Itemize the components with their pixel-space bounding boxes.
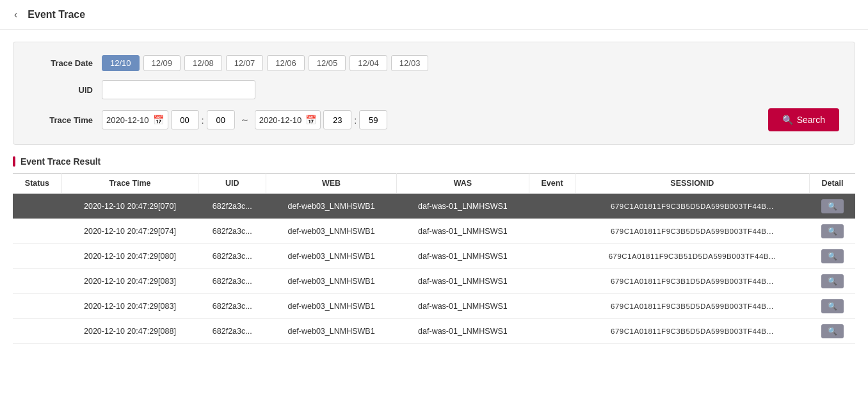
uid-label: UID (29, 85, 93, 95)
end-min-input[interactable] (359, 110, 387, 129)
detail-cell: 🔍 (809, 269, 855, 294)
end-date-text: 2020-12-10 (259, 115, 302, 125)
table-col-was: WAS (396, 174, 529, 194)
table-cell (13, 244, 61, 269)
time-colon-2: : (354, 115, 357, 126)
table-cell (529, 269, 575, 294)
uid-input[interactable] (102, 80, 255, 99)
table-cell: 679C1A01811F9C3B5D5DA599B003TF44B... (575, 219, 809, 244)
table-cell: daf-was-01_LNMHSWS1 (396, 294, 529, 319)
table-cell (529, 294, 575, 319)
table-cell[interactable]: 2020-12-10 20:47:29[088] (61, 319, 198, 344)
table-cell: 679C1A01811F9C3B5D5DA599B003TF44B... (575, 194, 809, 219)
table-col-detail: Detail (809, 174, 855, 194)
search-label: Search (797, 115, 825, 125)
table-cell[interactable]: def-web03_LNMHSWB1 (266, 294, 396, 319)
back-button[interactable]: ‹ (10, 8, 21, 22)
table-cell[interactable]: def-web03_LNMHSWB1 (266, 269, 396, 294)
trace-date-label: Trace Date (29, 58, 93, 68)
table-header-row: StatusTrace TimeUIDWEBWASEventSESSIONIDD… (13, 174, 855, 194)
result-table: StatusTrace TimeUIDWEBWASEventSESSIONIDD… (13, 173, 855, 344)
detail-button[interactable]: 🔍 (821, 199, 844, 213)
table-cell: 679C1A01811F9C3B5D5DA599B003TF44B... (575, 294, 809, 319)
start-date-wrap: 2020-12-10 📅 (102, 110, 168, 129)
page-title: Event Trace (28, 9, 85, 21)
table-cell (529, 219, 575, 244)
table-col-sessionid: SESSIONID (575, 174, 809, 194)
table-cell: 679C1A01811F9C3B1D5DA599B003TF44B... (575, 269, 809, 294)
table-cell: 682f2a3c... (198, 269, 266, 294)
table-cell (13, 269, 61, 294)
table-cell (13, 219, 61, 244)
table-row[interactable]: 2020-12-10 20:47:29[088]682f2a3c...def-w… (13, 319, 855, 344)
detail-cell: 🔍 (809, 244, 855, 269)
table-cell: daf-was-01_LNMHSWS1 (396, 244, 529, 269)
table-row[interactable]: 2020-12-10 20:47:29[080]682f2a3c...def-w… (13, 244, 855, 269)
start-min-input[interactable] (207, 110, 235, 129)
table-cell: 2020-12-10 20:47:29[070] (61, 194, 198, 219)
date-tab[interactable]: 12/05 (309, 55, 346, 71)
date-tabs: 12/1012/0912/0812/0712/0612/0512/0412/03 (102, 55, 428, 71)
end-hour-input[interactable] (323, 110, 351, 129)
date-tab[interactable]: 12/10 (102, 55, 140, 71)
table-col-status: Status (13, 174, 61, 194)
table-row[interactable]: 2020-12-10 20:47:29[083]682f2a3c...def-w… (13, 294, 855, 319)
table-cell[interactable]: def-web03_LNMHSWB1 (266, 244, 396, 269)
table-row[interactable]: 2020-12-10 20:47:29[070]682f2a3c...def-w… (13, 194, 855, 219)
time-range-separator: ～ (240, 114, 250, 126)
table-row[interactable]: 2020-12-10 20:47:29[083]682f2a3c...def-w… (13, 269, 855, 294)
trace-date-row: Trace Date 12/1012/0912/0812/0712/0612/0… (29, 55, 839, 71)
detail-button[interactable]: 🔍 (821, 299, 844, 313)
detail-button[interactable]: 🔍 (821, 224, 844, 238)
date-tab[interactable]: 12/06 (267, 55, 305, 71)
end-date-wrap: 2020-12-10 📅 (255, 110, 321, 129)
table-cell (529, 194, 575, 219)
table-cell[interactable]: 2020-12-10 20:47:29[083] (61, 269, 198, 294)
detail-button[interactable]: 🔍 (821, 249, 844, 263)
table-cell: 679C1A01811F9C3B5D5DA599B003TF44B... (575, 319, 809, 344)
time-colon-1: : (202, 115, 204, 126)
table-col-web: WEB (266, 174, 396, 194)
search-button[interactable]: 🔍 Search (768, 108, 839, 131)
date-tab[interactable]: 12/07 (226, 55, 264, 71)
date-tab[interactable]: 12/09 (143, 55, 181, 71)
table-body: 2020-12-10 20:47:29[070]682f2a3c...def-w… (13, 194, 855, 344)
table-cell (529, 319, 575, 344)
search-icon: 🔍 (782, 115, 793, 125)
result-section: Event Trace Result StatusTrace TimeUIDWE… (13, 156, 855, 344)
start-calendar-icon[interactable]: 📅 (153, 115, 164, 125)
table-cell[interactable]: 2020-12-10 20:47:29[080] (61, 244, 198, 269)
table-row[interactable]: 2020-12-10 20:47:29[074]682f2a3c...def-w… (13, 219, 855, 244)
trace-time-label: Trace Time (29, 115, 93, 125)
table-cell: daf-was-01_LNMHSWS1 (396, 319, 529, 344)
date-tab[interactable]: 12/03 (391, 55, 429, 71)
table-cell (13, 294, 61, 319)
page-header: ‹ Event Trace (0, 0, 868, 30)
table-cell: 679C1A01811F9C3B51D5DA599B003TF44B... (575, 244, 809, 269)
table-cell: 682f2a3c... (198, 194, 266, 219)
table-cell: 682f2a3c... (198, 244, 266, 269)
detail-cell: 🔍 (809, 319, 855, 344)
filter-panel: Trace Date 12/1012/0912/0812/0712/0612/0… (13, 42, 855, 145)
trace-time-row: Trace Time 2020-12-10 📅 : ～ 2020-12-10 📅… (29, 108, 839, 131)
table-cell[interactable]: def-web03_LNMHSWB1 (266, 219, 396, 244)
table-cell[interactable]: 2020-12-10 20:47:29[083] (61, 294, 198, 319)
date-tab[interactable]: 12/04 (350, 55, 387, 71)
result-title: Event Trace Result (20, 156, 100, 167)
table-cell: daf-was-01_LNMHSWS1 (396, 219, 529, 244)
date-tab[interactable]: 12/08 (184, 55, 222, 71)
start-hour-input[interactable] (171, 110, 199, 129)
result-bar (13, 156, 15, 167)
detail-button[interactable]: 🔍 (821, 324, 844, 338)
end-calendar-icon[interactable]: 📅 (305, 115, 316, 125)
table-col-event: Event (529, 174, 575, 194)
detail-cell: 🔍 (809, 294, 855, 319)
result-header: Event Trace Result (13, 156, 855, 167)
detail-button[interactable]: 🔍 (821, 274, 844, 288)
time-inputs: 2020-12-10 📅 : ～ 2020-12-10 📅 : (102, 110, 753, 129)
table-cell[interactable]: 2020-12-10 20:47:29[074] (61, 219, 198, 244)
table-cell: daf-was-01_LNMHSWS1 (396, 194, 529, 219)
table-cell[interactable]: def-web03_LNMHSWB1 (266, 319, 396, 344)
detail-cell: 🔍 (809, 194, 855, 219)
table-cell (13, 194, 61, 219)
